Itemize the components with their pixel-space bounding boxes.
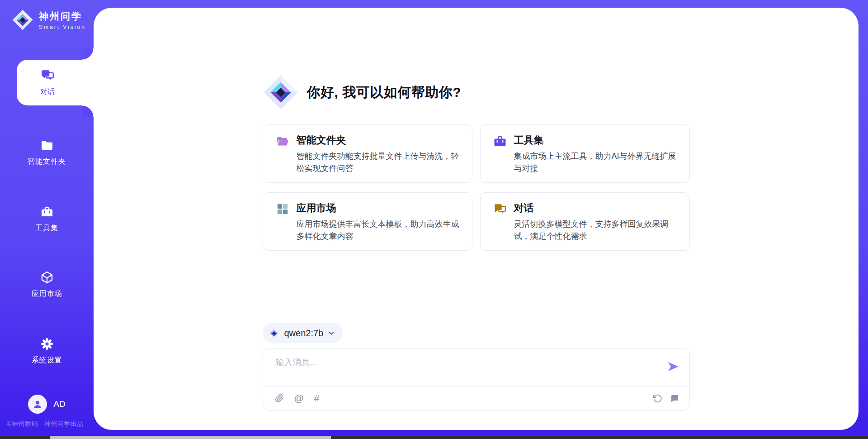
brand-logo-icon	[12, 9, 33, 31]
card-description: 应用市场提供丰富长文本模板，助力高效生成多样化文章内容	[297, 218, 461, 243]
new-chat-button[interactable]	[670, 394, 679, 403]
sidebar-item-label: 系统设置	[32, 356, 62, 365]
briefcase-icon	[493, 134, 507, 148]
topic-button[interactable]: #	[314, 393, 320, 404]
chevron-down-icon	[328, 329, 335, 337]
card-title: 智能文件夹	[297, 134, 461, 147]
greeting: 你好, 我可以如何帮助你?	[263, 74, 690, 110]
message-input[interactable]	[276, 358, 658, 367]
sidebar-item-label: 对话	[40, 87, 55, 97]
briefcase-icon	[40, 205, 54, 219]
brand: 神州问学 Smart Vision	[12, 9, 86, 31]
chat-bubbles-icon	[40, 68, 55, 84]
avatar	[28, 395, 47, 414]
sidebar-item-label: 智能文件夹	[28, 157, 66, 167]
sidebar-item-app-market[interactable]: 应用市场	[0, 270, 94, 299]
sidebar-item-settings[interactable]: 系统设置	[0, 337, 94, 365]
feature-cards: 智能文件夹 智能文件夹功能支持批量文件上传与清洗，轻松实现文件问答 工具集 集成…	[263, 124, 690, 251]
card-description: 智能文件夹功能支持批量文件上传与清洗，轻松实现文件问答	[297, 150, 461, 175]
sidebar-item-smart-folder[interactable]: 智能文件夹	[0, 138, 94, 167]
model-selector[interactable]: qwen2:7b	[263, 323, 344, 343]
card-description: 灵活切换多模型文件，支持多样回复效果调试，满足个性化需求	[514, 218, 679, 243]
model-logo-icon	[268, 327, 280, 339]
gear-icon	[40, 337, 54, 351]
card-smart-folder[interactable]: 智能文件夹 智能文件夹功能支持批量文件上传与清洗，轻松实现文件问答	[263, 124, 472, 183]
card-app-market[interactable]: 应用市场 应用市场提供丰富长文本模板，助力高效生成多样化文章内容	[263, 192, 472, 251]
mention-button[interactable]: @	[294, 393, 304, 404]
paperclip-icon	[275, 394, 284, 403]
card-description: 集成市场上主流工具，助力AI与外界无缝扩展与对接	[514, 150, 679, 175]
user-initials: AD	[53, 399, 65, 409]
card-title: 应用市场	[297, 201, 461, 215]
history-button[interactable]	[653, 394, 662, 403]
grid-icon	[276, 202, 289, 216]
model-name: qwen2:7b	[284, 328, 324, 339]
message-composer: @ #	[263, 348, 690, 410]
folder-icon	[40, 138, 54, 153]
send-button[interactable]	[667, 360, 679, 373]
cube-icon	[40, 270, 54, 285]
assistant-logo-icon	[263, 74, 299, 110]
card-title: 对话	[514, 201, 679, 215]
send-icon	[667, 360, 679, 373]
app-root: 神州问学 Smart Vision 对话 智能文件夹	[0, 0, 868, 439]
folder-open-icon	[276, 134, 289, 148]
brand-subtitle: Smart Vision	[39, 24, 86, 30]
card-chat[interactable]: 对话 灵活切换多模型文件，支持多样回复效果调试，满足个性化需求	[480, 192, 690, 251]
sidebar-item-label: 应用市场	[32, 289, 62, 299]
attach-button[interactable]	[275, 394, 284, 403]
sidebar-item-chat[interactable]: 对话	[17, 60, 94, 105]
card-title: 工具集	[514, 134, 679, 147]
chat-square-icon	[670, 394, 679, 403]
user-icon	[32, 398, 43, 410]
horizontal-scrollbar[interactable]	[0, 436, 868, 439]
scrollbar-thumb[interactable]	[50, 436, 331, 439]
chat-bubbles-icon	[493, 202, 507, 216]
brand-name: 神州问学	[39, 10, 86, 23]
greeting-title: 你好, 我可以如何帮助你?	[307, 83, 462, 102]
composer-toolbar: @ #	[263, 386, 689, 410]
card-toolset[interactable]: 工具集 集成市场上主流工具，助力AI与外界无缝扩展与对接	[480, 124, 690, 183]
copyright: ©神州数码 · 神州问学出品	[7, 420, 84, 428]
history-icon	[653, 394, 662, 403]
sidebar-item-label: 工具集	[35, 224, 58, 233]
main-panel: 你好, 我可以如何帮助你? 智能文件夹 智能文件夹功能支持批量文件上传与清洗，轻…	[94, 8, 859, 430]
tab-curve-top	[82, 48, 94, 60]
tab-curve-bottom	[82, 105, 94, 117]
sidebar-item-toolset[interactable]: 工具集	[0, 205, 94, 233]
user-profile[interactable]: AD	[0, 395, 94, 414]
